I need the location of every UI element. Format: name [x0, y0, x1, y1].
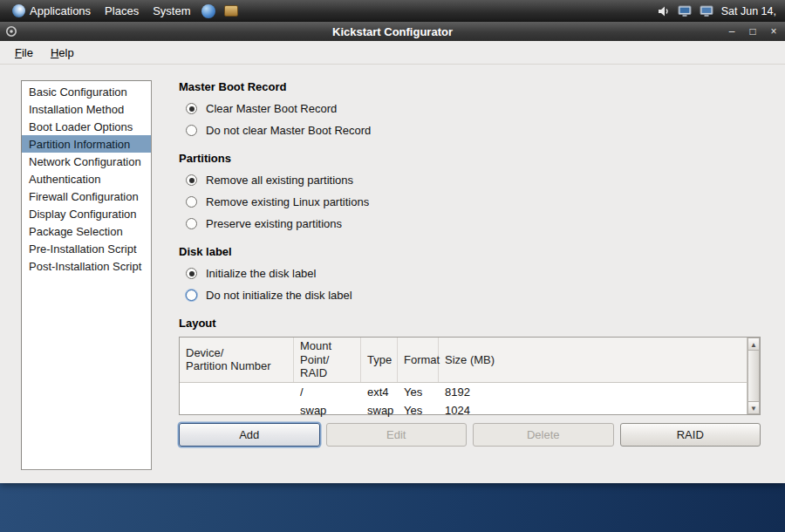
help-menu[interactable]: Help — [43, 43, 82, 63]
distro-logo-icon — [12, 4, 25, 17]
radio-label: Preserve existing partitions — [206, 217, 342, 230]
col-size-mb[interactable]: Size (MB) — [439, 338, 747, 382]
radio-selected-icon — [186, 103, 197, 114]
table-row[interactable]: / ext4 Yes 8192 — [180, 383, 747, 401]
kickstart-configurator-window: Kickstart Configurator – □ × File Help B… — [0, 22, 785, 483]
cell-type: ext4 — [361, 383, 398, 401]
radio-clear-mbr[interactable]: Clear Master Boot Record — [186, 102, 761, 115]
web-browser-icon — [201, 4, 215, 18]
scroll-up-icon[interactable]: ▲ — [747, 338, 760, 351]
places-menu[interactable]: Places — [98, 0, 146, 22]
sidebar-item-partition-information[interactable]: Partition Information — [22, 135, 151, 153]
cell-mount: / — [294, 383, 361, 401]
radio-label: Clear Master Boot Record — [206, 102, 337, 115]
section-title-mbr: Master Boot Record — [179, 80, 761, 93]
window-title: Kickstart Configurator — [0, 25, 785, 38]
col-device-partition-number[interactable]: Device/ Partition Number — [180, 338, 294, 382]
titlebar[interactable]: Kickstart Configurator – □ × — [0, 22, 785, 41]
sidebar-item-firewall-configuration[interactable]: Firewall Configuration — [22, 188, 151, 205]
speaker-icon — [658, 5, 670, 17]
monitor-icon — [678, 5, 692, 17]
radio-unselected-icon — [186, 290, 197, 301]
display-indicator[interactable] — [678, 5, 692, 17]
section-title-disk-label: Disk label — [179, 245, 761, 258]
section-disk-label: Disk label Initialize the disk label Do … — [179, 245, 761, 302]
section-title-layout: Layout — [179, 317, 761, 330]
cell-device — [180, 383, 294, 401]
radio-do-not-initialize-disk-label[interactable]: Do not initialize the disk label — [186, 289, 761, 302]
software-launcher[interactable] — [220, 5, 242, 17]
section-layout: Layout Device/ Partition Number Mount Po… — [179, 317, 761, 447]
raid-button[interactable]: RAID — [620, 423, 761, 447]
delete-button[interactable]: Delete — [473, 423, 614, 447]
applications-menu-label: Applications — [30, 4, 91, 17]
cell-type: swap — [361, 401, 398, 419]
col-format[interactable]: Format — [398, 338, 439, 382]
sidebar-item-package-selection[interactable]: Package Selection — [22, 222, 151, 240]
file-menu-label: File — [15, 46, 33, 59]
window-content: Basic Configuration Installation Method … — [0, 65, 785, 483]
system-menu-label: System — [153, 4, 190, 17]
scroll-down-icon[interactable]: ▼ — [747, 401, 760, 414]
sidebar-item-boot-loader-options[interactable]: Boot Loader Options — [22, 118, 151, 135]
cell-format: Yes — [398, 383, 439, 401]
partition-table: Device/ Partition Number Mount Point/ RA… — [179, 337, 761, 415]
maximize-icon[interactable]: □ — [747, 26, 759, 37]
clock[interactable]: Sat Jun 14, — [721, 5, 776, 17]
radio-preserve-partitions[interactable]: Preserve existing partitions — [186, 217, 761, 230]
radio-label: Do not clear Master Boot Record — [206, 124, 371, 137]
radio-selected-icon — [186, 268, 197, 279]
system-menu[interactable]: System — [146, 0, 197, 22]
section-title-partitions: Partitions — [179, 152, 761, 165]
file-menu[interactable]: File — [7, 43, 41, 63]
cell-mount: swap — [294, 401, 361, 419]
top-panel: Applications Places System — [0, 0, 785, 22]
section-master-boot-record: Master Boot Record Clear Master Boot Rec… — [179, 80, 761, 137]
sidebar-item-display-configuration[interactable]: Display Configuration — [22, 205, 151, 222]
close-icon[interactable]: × — [768, 26, 780, 37]
radio-initialize-disk-label[interactable]: Initialize the disk label — [186, 267, 761, 280]
add-button[interactable]: Add — [179, 423, 320, 447]
scrollbar-thumb[interactable] — [747, 351, 760, 401]
web-browser-launcher[interactable] — [197, 4, 220, 18]
radio-label: Remove existing Linux partitions — [206, 195, 369, 208]
col-type[interactable]: Type — [361, 338, 398, 382]
radio-unselected-icon — [186, 125, 197, 136]
partition-information-pane: Master Boot Record Clear Master Boot Rec… — [179, 80, 761, 483]
radio-remove-all-partitions[interactable]: Remove all existing partitions — [186, 174, 761, 187]
sidebar-item-pre-installation-script[interactable]: Pre-Installation Script — [22, 240, 151, 257]
edit-button[interactable]: Edit — [326, 423, 468, 447]
sidebar-item-authentication[interactable]: Authentication — [22, 170, 151, 188]
sidebar-item-network-configuration[interactable]: Network Configuration — [22, 153, 151, 170]
sidebar-item-installation-method[interactable]: Installation Method — [22, 100, 151, 118]
table-row[interactable]: swap swap Yes 1024 — [180, 401, 747, 419]
help-menu-label: Help — [51, 46, 74, 59]
sidebar-item-post-installation-script[interactable]: Post-Installation Script — [22, 257, 151, 275]
sidebar-item-basic-configuration[interactable]: Basic Configuration — [22, 83, 151, 100]
radio-do-not-clear-mbr[interactable]: Do not clear Master Boot Record — [186, 124, 761, 137]
table-scrollbar[interactable]: ▲ ▼ — [747, 338, 760, 414]
session-indicator[interactable] — [700, 5, 713, 17]
radio-remove-linux-partitions[interactable]: Remove existing Linux partitions — [186, 195, 761, 208]
section-partitions: Partitions Remove all existing partition… — [179, 152, 761, 230]
window-app-icon — [5, 25, 17, 38]
col-mount-point-raid[interactable]: Mount Point/ RAID — [294, 338, 361, 382]
radio-label: Do not initialize the disk label — [206, 289, 352, 302]
package-box-icon — [224, 5, 238, 17]
radio-label: Initialize the disk label — [206, 267, 316, 280]
radio-label: Remove all existing partitions — [206, 174, 353, 187]
table-header-row: Device/ Partition Number Mount Point/ RA… — [180, 338, 747, 383]
cell-size: 1024 — [439, 401, 747, 419]
monitor-icon — [700, 5, 713, 17]
cell-device — [180, 401, 294, 419]
sidebar: Basic Configuration Installation Method … — [21, 80, 152, 470]
radio-unselected-icon — [186, 196, 197, 208]
radio-unselected-icon — [186, 218, 197, 229]
radio-selected-icon — [186, 174, 197, 186]
volume-indicator[interactable] — [658, 5, 670, 17]
minimize-icon[interactable]: – — [726, 26, 738, 37]
table-actions: Add Edit Delete RAID — [179, 423, 761, 447]
applications-menu[interactable]: Applications — [5, 0, 98, 22]
cell-format: Yes — [398, 401, 439, 419]
cell-size: 8192 — [439, 383, 747, 401]
